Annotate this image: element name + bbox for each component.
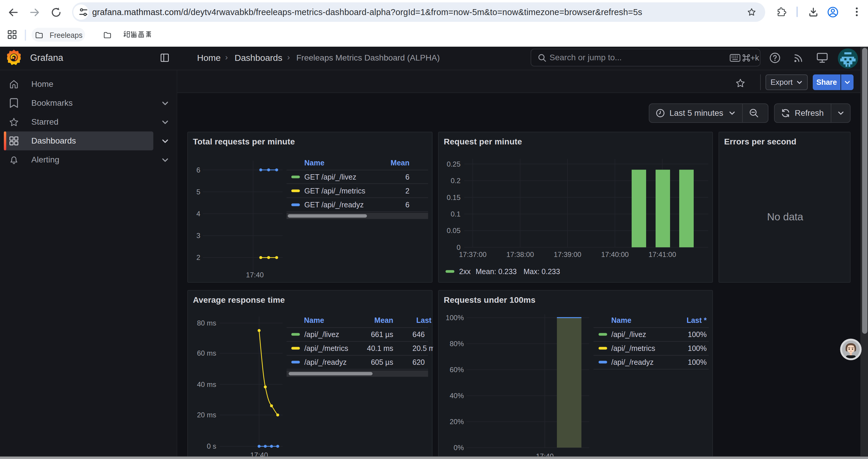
svg-text:17:40:00: 17:40:00 [601,251,629,258]
svg-text:17:40: 17:40 [246,271,264,279]
svg-text:17:39:00: 17:39:00 [554,251,581,258]
svg-text:2: 2 [196,254,200,261]
svg-text:3: 3 [196,232,200,239]
svg-text:0.15: 0.15 [447,193,461,201]
svg-text:17:38:00: 17:38:00 [506,251,534,258]
svg-text:40 ms: 40 ms [197,381,216,388]
svg-text:100%: 100% [688,330,707,338]
svg-text:20 ms: 20 ms [197,411,216,419]
svg-text:6: 6 [196,166,200,174]
svg-text:0.05: 0.05 [447,227,461,234]
svg-text:6: 6 [405,201,409,209]
svg-text:17:37:00: 17:37:00 [459,251,486,258]
svg-text:Last *: Last * [687,316,707,324]
svg-text:GET /api/_/livez: GET /api/_/livez [304,173,356,181]
svg-text:40%: 40% [450,392,464,400]
svg-text:20.5 m: 20.5 m [412,344,433,352]
svg-text:/api/_/metrics: /api/_/metrics [304,344,348,352]
svg-text:100%: 100% [688,344,707,352]
svg-text:Mean: Mean [374,316,393,324]
svg-text:20%: 20% [450,418,464,426]
svg-text:17:41:00: 17:41:00 [649,251,676,258]
svg-text:Name: Name [304,159,324,167]
svg-text:Name: Name [611,316,631,324]
svg-text:80%: 80% [450,340,464,348]
svg-text:0%: 0% [454,444,464,452]
svg-text:GET /api/_/readyz: GET /api/_/readyz [304,201,364,209]
svg-text:100%: 100% [688,358,707,366]
svg-text:/api/_/readyz: /api/_/readyz [304,358,346,366]
svg-text:2xx: 2xx [459,267,471,275]
svg-text:2: 2 [405,187,409,195]
svg-text:661 µs: 661 µs [371,330,393,338]
svg-text:6: 6 [405,173,409,181]
svg-text:0.1: 0.1 [451,210,460,218]
svg-text:/api/_/metrics: /api/_/metrics [611,344,655,352]
svg-text:/api/_/livez: /api/_/livez [611,330,646,338]
svg-text:0: 0 [457,243,460,251]
svg-text:5: 5 [196,188,200,196]
svg-text:60%: 60% [450,366,464,374]
svg-text:0 s: 0 s [207,442,216,450]
svg-text:60 ms: 60 ms [197,349,216,357]
svg-text:80 ms: 80 ms [197,319,216,327]
svg-text:4: 4 [196,210,200,218]
svg-text:Mean: 0.233: Mean: 0.233 [476,267,517,275]
svg-text:GET /api/_/metrics: GET /api/_/metrics [304,187,366,195]
svg-text:Name: Name [304,316,324,324]
svg-text:100%: 100% [446,314,464,322]
svg-text:646: 646 [412,330,425,338]
svg-text:Max: 0.233: Max: 0.233 [524,267,560,275]
svg-text:0.2: 0.2 [451,177,460,185]
svg-text:/api/_/livez: /api/_/livez [304,330,339,338]
svg-text:/api/_/readyz: /api/_/readyz [611,358,653,366]
svg-text:Mean: Mean [391,159,409,167]
svg-text:Last *: Last * [416,316,433,324]
svg-text:0.25: 0.25 [447,160,461,168]
svg-text:605 µs: 605 µs [371,358,393,366]
svg-text:620: 620 [412,358,425,366]
svg-text:40.1 ms: 40.1 ms [367,344,393,352]
